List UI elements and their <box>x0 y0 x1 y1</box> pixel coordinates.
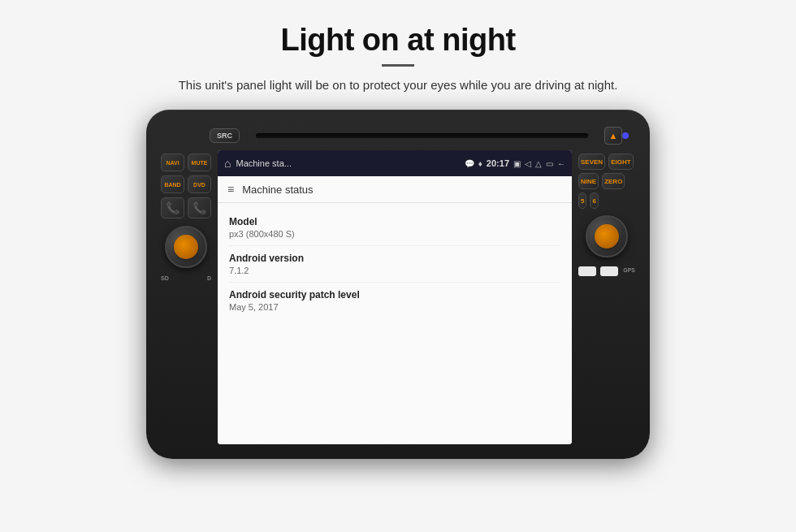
left-knob[interactable] <box>165 226 207 268</box>
status-icons: 💬 ♦ 20:17 ▣ ◁ △ ▭ ← <box>465 158 565 168</box>
subtitle: This unit's panel light will be on to pr… <box>179 78 618 92</box>
navi-mute-row: NAVI MUTE <box>161 154 211 171</box>
left-panel: NAVI MUTE BAND DVD 📞 📞 SD D <box>161 150 211 444</box>
num6-button[interactable]: 6 <box>590 192 598 209</box>
right-panel: SEVEN EIGHT NINE ZERO 5 6 GPS <box>578 150 635 444</box>
zero-button[interactable]: ZERO <box>602 173 625 189</box>
info-item-android-version: Android version 7.1.2 <box>229 246 560 283</box>
right-knob[interactable] <box>586 215 628 257</box>
model-value: px3 (800x480 S) <box>229 229 560 239</box>
gps-label: GPS <box>623 267 635 276</box>
eight-button[interactable]: EIGHT <box>608 154 633 170</box>
warning-icon: ▲ <box>609 131 618 141</box>
pin-icon: ♦ <box>478 159 482 168</box>
info-item-security-patch: Android security patch level May 5, 2017 <box>229 283 560 318</box>
dvd-button[interactable]: DVD <box>188 175 211 193</box>
security-patch-label: Android security patch level <box>229 289 560 301</box>
nine-zero-row: NINE ZERO <box>578 173 635 189</box>
band-button[interactable]: BAND <box>161 175 184 193</box>
white-tabs <box>578 266 618 276</box>
call-row: 📞 📞 <box>161 197 211 218</box>
right-knob-inner <box>595 224 619 249</box>
app-header: ≡ Machine status <box>218 176 572 203</box>
home-icon[interactable]: ⌂ <box>224 157 231 170</box>
photo-icon: ▣ <box>513 159 521 168</box>
title-divider <box>382 64 414 67</box>
sd-labels: SD D <box>161 275 211 281</box>
status-bar-title: Machine sta... <box>236 158 459 168</box>
head-unit: SRC ▲ NAVI MUTE BAND DVD 📞 📞 <box>146 110 650 459</box>
d-label: D <box>207 275 211 281</box>
status-bar: ⌂ Machine sta... 💬 ♦ 20:17 ▣ ◁ △ ▭ ← <box>218 150 572 176</box>
band-dvd-row: BAND DVD <box>161 175 211 193</box>
left-knob-inner <box>174 235 198 259</box>
mute-button[interactable]: MUTE <box>188 154 211 171</box>
gps-row: GPS <box>578 264 635 276</box>
android-version-value: 7.1.2 <box>229 266 560 275</box>
page-title: Light on at night <box>280 23 515 58</box>
sd-label: SD <box>161 275 169 281</box>
call-accept-button[interactable]: 📞 <box>161 197 184 218</box>
back-icon[interactable]: ← <box>557 159 565 168</box>
top-bar: SRC ▲ <box>161 124 635 147</box>
status-time: 20:17 <box>487 158 509 168</box>
hamburger-icon[interactable]: ≡ <box>227 183 234 196</box>
white-tab-1 <box>578 266 596 276</box>
main-area: NAVI MUTE BAND DVD 📞 📞 SD D ⌂ <box>161 150 635 444</box>
vol-icon: ◁ <box>525 159 531 168</box>
cast-icon: ▭ <box>546 159 553 168</box>
seven-eight-row: SEVEN EIGHT <box>578 154 635 170</box>
seven-button[interactable]: SEVEN <box>578 154 605 170</box>
white-tab-2 <box>600 266 618 276</box>
info-item-model: Model px3 (800x480 S) <box>229 210 560 246</box>
model-label: Model <box>229 216 560 227</box>
chat-icon: 💬 <box>465 159 474 168</box>
src-button[interactable]: SRC <box>210 128 240 143</box>
disc-slot <box>256 133 588 138</box>
app-content: ≡ Machine status Model px3 (800x480 S) A… <box>218 176 572 444</box>
screen: ⌂ Machine sta... 💬 ♦ 20:17 ▣ ◁ △ ▭ ← ≡ M… <box>218 150 572 444</box>
app-header-title: Machine status <box>242 184 313 196</box>
security-patch-value: May 5, 2017 <box>229 302 560 312</box>
num5-button[interactable]: 5 <box>578 192 586 209</box>
info-list: Model px3 (800x480 S) Android version 7.… <box>218 203 572 325</box>
num-row-3: 5 6 <box>578 192 635 209</box>
android-version-label: Android version <box>229 253 560 264</box>
warning-button[interactable]: ▲ <box>604 127 622 145</box>
nine-button[interactable]: NINE <box>578 173 599 189</box>
navi-button[interactable]: NAVI <box>161 154 184 171</box>
indicator-dot <box>622 132 629 139</box>
eject-icon: △ <box>535 159 542 168</box>
call-end-button[interactable]: 📞 <box>188 197 211 218</box>
